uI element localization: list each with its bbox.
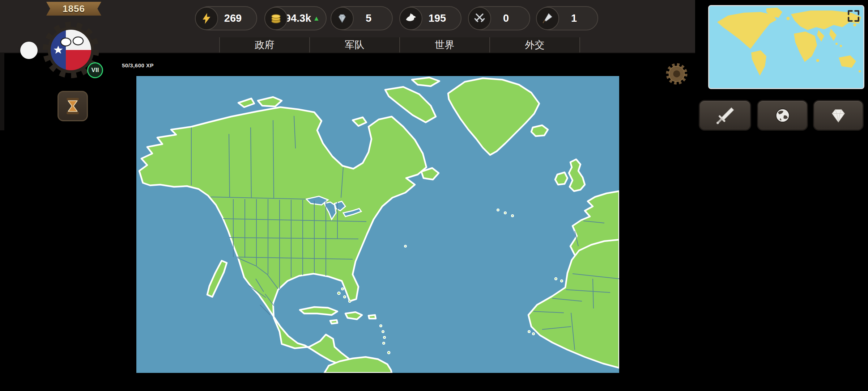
resource-doves[interactable]: 195 bbox=[401, 6, 461, 30]
resource-value: 269 bbox=[224, 12, 242, 24]
xp-label: 50/3,600 XP bbox=[122, 62, 154, 68]
year-banner: 1856 bbox=[46, 2, 101, 16]
bermuda bbox=[404, 245, 406, 247]
lesser-antilles bbox=[383, 336, 386, 339]
cape-verde bbox=[528, 331, 530, 333]
resource-value: 94.3k bbox=[285, 12, 311, 24]
bahamas bbox=[349, 300, 351, 302]
azores bbox=[497, 209, 499, 211]
tab-army[interactable]: 军队 bbox=[310, 37, 400, 52]
knife-icon bbox=[536, 7, 559, 30]
world-minimap-graphic bbox=[709, 6, 863, 88]
lightning-icon bbox=[195, 7, 218, 30]
hourglass-button[interactable] bbox=[58, 91, 88, 121]
azores bbox=[511, 215, 514, 217]
world-map-graphic bbox=[136, 76, 619, 373]
premium-button[interactable] bbox=[813, 100, 864, 131]
minimap-uk bbox=[787, 17, 790, 20]
expand-icon[interactable] bbox=[847, 9, 860, 23]
trend-up-icon: ▲ bbox=[313, 14, 320, 22]
minimap-indonesia bbox=[840, 45, 842, 47]
minimap-indonesia bbox=[835, 43, 838, 45]
world-map[interactable] bbox=[136, 76, 619, 373]
tab-government[interactable]: 政府 bbox=[220, 37, 310, 52]
tab-diplomacy[interactable]: 外交 bbox=[490, 37, 580, 52]
bahamas bbox=[341, 288, 344, 290]
azores bbox=[504, 212, 506, 214]
lesser-antilles bbox=[380, 325, 382, 327]
game-screen: 1856 VII 50/3,600 XP bbox=[0, 0, 868, 391]
resource-weapons[interactable]: 1 bbox=[537, 6, 598, 30]
level-label: VII bbox=[92, 67, 99, 74]
tab-bar: 政府 军队 世界 外交 bbox=[219, 37, 580, 52]
gem-icon bbox=[331, 7, 354, 30]
diamond-icon bbox=[829, 106, 848, 125]
resource-gems[interactable]: 5 bbox=[332, 6, 393, 30]
minimap[interactable] bbox=[708, 5, 864, 89]
resource-energy[interactable]: 269 bbox=[196, 6, 257, 30]
gear-button[interactable] bbox=[665, 63, 688, 85]
hourglass-icon bbox=[63, 96, 83, 116]
trinidad bbox=[388, 352, 390, 354]
lesser-antilles bbox=[382, 331, 384, 333]
world-button[interactable] bbox=[757, 100, 808, 131]
lesser-antilles bbox=[383, 342, 385, 344]
resource-value: 5 bbox=[366, 12, 371, 24]
globe-icon bbox=[773, 106, 792, 125]
dove-icon bbox=[399, 7, 422, 30]
gear-icon bbox=[665, 63, 688, 85]
resource-value: 1 bbox=[571, 12, 577, 24]
iceland bbox=[531, 125, 548, 136]
crossed-swords-icon bbox=[468, 7, 491, 30]
resource-money[interactable]: 94.3k ▲ bbox=[266, 6, 327, 30]
canary-islands bbox=[555, 278, 557, 280]
minimap-new-zealand bbox=[859, 70, 861, 72]
ireland bbox=[555, 172, 567, 185]
resource-value: 0 bbox=[503, 12, 509, 24]
left-panel-edge bbox=[0, 52, 4, 130]
coins-icon bbox=[264, 7, 288, 30]
puerto-rico bbox=[369, 315, 376, 319]
tab-world[interactable]: 世界 bbox=[400, 37, 490, 52]
bahamas bbox=[344, 296, 346, 298]
resource-value: 195 bbox=[429, 12, 446, 24]
cape-verde bbox=[532, 333, 535, 335]
year-label: 1856 bbox=[63, 3, 85, 14]
war-button[interactable] bbox=[699, 100, 751, 131]
bahamas bbox=[338, 292, 340, 295]
white-circle-button[interactable] bbox=[20, 42, 38, 59]
canary-islands bbox=[561, 280, 563, 282]
jamaica bbox=[330, 320, 337, 324]
minimap-madagascar bbox=[816, 59, 819, 62]
minimap-japan bbox=[853, 24, 856, 26]
level-badge: VII bbox=[87, 62, 103, 78]
resource-wars[interactable]: 0 bbox=[469, 6, 530, 30]
sword-icon bbox=[716, 106, 735, 125]
